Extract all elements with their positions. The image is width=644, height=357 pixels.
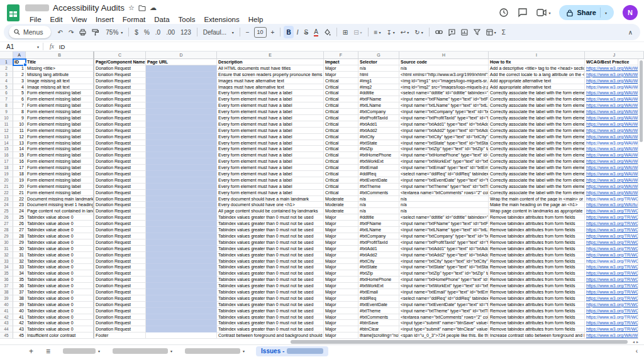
- data-cell[interactable]: 15: [13, 152, 26, 158]
- data-cell[interactable]: Tabindex values greater than 0 must not …: [217, 289, 324, 295]
- data-cell[interactable]: <select name="ddlReq" id="ddlReq" tabind…: [399, 295, 489, 302]
- data-cell[interactable]: https://www.w3.org/TR/WCAG2: [585, 295, 644, 302]
- redacted-url-cell[interactable]: [146, 239, 217, 246]
- data-cell[interactable]: Correctly associate the label with the f…: [489, 184, 585, 190]
- data-cell[interactable]: Form element missing label: [26, 96, 94, 102]
- fill-handle[interactable]: [23, 63, 27, 67]
- data-cell[interactable]: n/a: [399, 65, 489, 72]
- data-cell[interactable]: 45: [13, 332, 26, 339]
- row-number[interactable]: 14: [0, 140, 13, 146]
- row-number[interactable]: 17: [0, 158, 13, 165]
- data-cell[interactable]: https://www.w3.org/TR/WCAG2: [585, 233, 644, 239]
- data-cell[interactable]: Donation Request: [94, 283, 146, 289]
- data-cell[interactable]: 13: [13, 140, 26, 146]
- data-cell[interactable]: 34: [13, 270, 26, 277]
- data-cell[interactable]: https://www.w3.org/WAI/WCAG2: [585, 102, 644, 109]
- data-cell[interactable]: Form element missing label: [26, 158, 94, 165]
- data-cell[interactable]: Remove tabindex attributes from form fie…: [489, 283, 585, 289]
- data-cell[interactable]: #txtFName: [358, 96, 399, 102]
- borders-button[interactable]: ⊞: [340, 26, 350, 38]
- star-icon[interactable]: ☆: [128, 4, 135, 11]
- data-cell[interactable]: https://www.w3.org/WAI/WCAG2: [585, 115, 644, 121]
- data-cell[interactable]: Remove tabindex attributes from form fie…: [489, 289, 585, 295]
- data-cell[interactable]: 28: [13, 233, 26, 239]
- row-number[interactable]: 5: [0, 84, 13, 91]
- data-cell[interactable]: <input name="txtWorkExt" type="text" id=…: [399, 158, 489, 165]
- data-cell[interactable]: Correctly associate the label with the f…: [489, 128, 585, 134]
- data-cell[interactable]: <input name="txtEmail" type="text" id="t…: [399, 289, 489, 295]
- data-cell[interactable]: 14: [13, 146, 26, 152]
- data-cell[interactable]: Tabindex values greater than 0 must not …: [217, 302, 324, 308]
- data-cell[interactable]: Footer: [94, 332, 146, 339]
- data-cell[interactable]: <input name="txtZip" type="text" id="txt…: [399, 146, 489, 152]
- data-cell[interactable]: Donation Request: [94, 326, 146, 332]
- data-cell[interactable]: Every form element must have a label: [217, 121, 324, 128]
- data-cell[interactable]: Donation Request: [94, 115, 146, 121]
- share-button[interactable]: Share ▾: [559, 5, 614, 20]
- menu-format[interactable]: Format: [118, 16, 150, 23]
- data-cell[interactable]: 31: [13, 252, 26, 258]
- data-cell[interactable]: Donation Request: [94, 246, 146, 252]
- data-cell[interactable]: Form element missing label: [26, 90, 94, 96]
- format-percent-button[interactable]: %: [142, 26, 152, 38]
- horizontal-scroll-thumb[interactable]: [291, 340, 628, 344]
- data-cell[interactable]: #txtZip: [358, 146, 399, 152]
- data-cell[interactable]: 2: [13, 72, 26, 78]
- data-cell[interactable]: n/a: [358, 65, 399, 72]
- redacted-url-cell[interactable]: [146, 208, 217, 214]
- data-cell[interactable]: Donation Request: [94, 302, 146, 308]
- data-cell[interactable]: Every form element must have a label: [217, 171, 324, 177]
- column-header-H[interactable]: H: [399, 52, 489, 59]
- data-cell[interactable]: https://www.w3.org/TR/WCAG2: [585, 308, 644, 314]
- data-cell[interactable]: Moderate: [324, 196, 358, 202]
- data-cell[interactable]: #txtEmail: [358, 165, 399, 171]
- data-cell[interactable]: Page content not contained in landmarks: [26, 208, 94, 214]
- data-cell[interactable]: Major: [324, 320, 358, 326]
- header-cell[interactable]: How to fix: [489, 59, 585, 65]
- data-cell[interactable]: Every form element must have a label: [217, 115, 324, 121]
- data-cell[interactable]: Moderate: [324, 202, 358, 208]
- horizontal-align-button[interactable]: ≡▾: [372, 26, 384, 38]
- data-cell[interactable]: Every document should have one <h1>: [217, 202, 324, 208]
- menu-help[interactable]: Help: [244, 16, 268, 23]
- row-number[interactable]: 45: [0, 332, 13, 339]
- data-cell[interactable]: Every form element must have a label: [217, 165, 324, 171]
- data-cell[interactable]: https://www.w3.org/TR/WCAG2: [585, 270, 644, 277]
- data-cell[interactable]: 35: [13, 277, 26, 283]
- undo-button[interactable]: ↶: [55, 26, 65, 38]
- redacted-url-cell[interactable]: [146, 90, 217, 96]
- row-number[interactable]: 40: [0, 302, 13, 308]
- data-cell[interactable]: #txtTheme: [358, 184, 399, 190]
- row-number[interactable]: 33: [0, 258, 13, 265]
- data-cell[interactable]: Remove tabindex attributes from form fie…: [489, 320, 585, 326]
- row-number[interactable]: 36: [0, 277, 13, 283]
- data-cell[interactable]: Tabindex value above 0: [26, 308, 94, 314]
- data-cell[interactable]: #ddlReq: [358, 295, 399, 302]
- data-cell[interactable]: Images must have alternative text: [217, 84, 324, 91]
- redacted-url-cell[interactable]: [146, 65, 217, 72]
- redacted-url-cell[interactable]: [146, 177, 217, 184]
- move-folder-icon[interactable]: [138, 5, 146, 11]
- row-number[interactable]: 3: [0, 72, 13, 78]
- data-cell[interactable]: 38: [13, 295, 26, 302]
- data-cell[interactable]: #txtCity: [358, 134, 399, 140]
- data-cell[interactable]: Donation Request: [94, 320, 146, 326]
- strikethrough-button[interactable]: S: [301, 26, 311, 38]
- redacted-url-cell[interactable]: [146, 246, 217, 252]
- row-number[interactable]: 44: [0, 326, 13, 332]
- data-cell[interactable]: 6: [13, 96, 26, 102]
- data-cell[interactable]: https://www.w3.org/TR/WCAG2: [585, 208, 644, 214]
- data-cell[interactable]: Remove tabindex attributes from form fie…: [489, 314, 585, 321]
- menu-extensions[interactable]: Extensions: [199, 16, 243, 23]
- italic-button[interactable]: I: [294, 26, 301, 38]
- formula-input[interactable]: ID: [59, 43, 65, 50]
- data-cell[interactable]: https://www.w3.org/WAI/tutorials: [585, 202, 644, 208]
- data-cell[interactable]: https://www.w3.org/TR/WCAG2: [585, 283, 644, 289]
- data-cell[interactable]: Donation Request: [94, 65, 146, 72]
- redacted-url-cell[interactable]: [146, 252, 217, 258]
- redo-button[interactable]: ↷: [66, 26, 76, 38]
- data-cell[interactable]: n/a: [358, 196, 399, 202]
- data-cell[interactable]: <input name="txtAdd1" type="text" id="tx…: [399, 246, 489, 252]
- data-cell[interactable]: Every form element must have a label: [217, 102, 324, 109]
- header-cell[interactable]: Description: [217, 59, 324, 65]
